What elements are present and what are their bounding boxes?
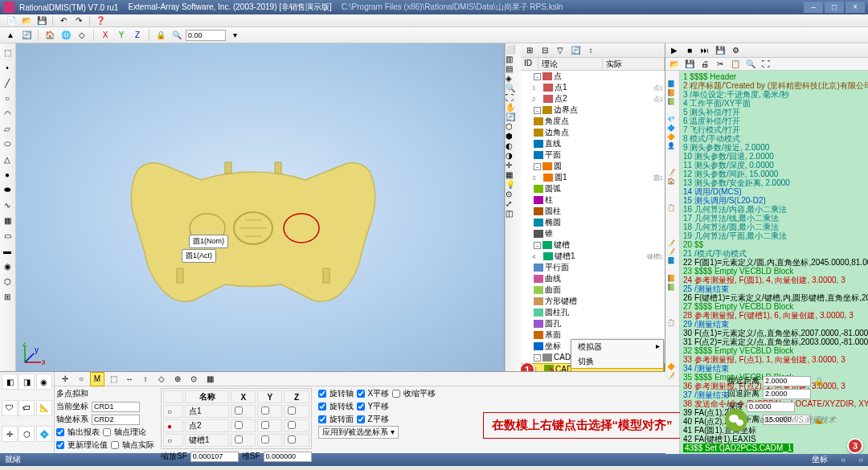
view-iso-icon[interactable]: ◈ xyxy=(506,74,521,83)
save-icon[interactable]: 💾 xyxy=(35,14,48,27)
code-run-icon[interactable]: ▶ xyxy=(667,43,682,58)
view-snap-icon[interactable]: ⊙ xyxy=(506,190,521,198)
point-tool-icon[interactable]: • xyxy=(0,60,14,75)
code-line[interactable]: 23 $$$$ Empty VECBLD Block xyxy=(683,267,865,276)
tree-col-nom[interactable]: 理论 xyxy=(538,58,603,70)
view-fit-icon[interactable]: ⛶ xyxy=(506,93,521,102)
bpt-5-icon[interactable]: ↔ xyxy=(122,372,137,386)
shrink-sf-input[interactable] xyxy=(190,452,239,462)
code-line[interactable]: 18 几何算法/圆,最小二乘法 xyxy=(683,223,865,231)
arc-tool-icon[interactable]: ◠ xyxy=(0,106,14,121)
code-line[interactable]: 26 F(键槽1)=元素定义/键槽,内,圆形键槽,直角坐标,2045.000 xyxy=(683,293,865,302)
curve-tool-icon[interactable]: ∿ xyxy=(0,198,14,212)
code-print-icon[interactable]: 🖨 xyxy=(698,57,712,72)
y-axis-icon[interactable]: Y xyxy=(114,28,129,43)
view-wire-icon[interactable]: ⬡ xyxy=(506,122,521,131)
context-menu-item[interactable]: 模型对齐 xyxy=(571,368,664,371)
bp-icon-5[interactable]: 🏷 xyxy=(18,400,35,416)
y-flat-cb[interactable] xyxy=(357,403,365,411)
tree-node[interactable]: 柱 xyxy=(521,194,665,206)
code-line[interactable]: 8 模式/手动模式 xyxy=(683,134,865,143)
select-tool-icon[interactable]: ⬚ xyxy=(0,45,14,59)
view-rotate-icon[interactable]: 🔄 xyxy=(506,112,521,121)
tree-node[interactable]: 圆弧 xyxy=(521,183,665,194)
code-line[interactable]: 32 $$$$ Empty VECBLD Block xyxy=(683,346,865,355)
code-line[interactable]: 30 F(点1)=元素定义/点,直角坐标,2007.0000,-81.0000,… xyxy=(683,329,865,337)
new-icon[interactable]: 📄 xyxy=(5,14,18,27)
code-line[interactable]: 21 /模式/手动模式 xyxy=(683,249,865,258)
tree-col-act[interactable]: 实际 xyxy=(603,58,665,70)
output-list-checkbox[interactable] xyxy=(56,428,64,436)
code-line[interactable]: 2 程序标题/'Created by (里科精密科技(北京)有限公司-031' xyxy=(683,81,865,90)
tree-refresh-icon[interactable]: 🔄 xyxy=(568,43,583,58)
clearance-input[interactable] xyxy=(763,415,811,425)
cylinder-tool-icon[interactable]: ⬭ xyxy=(0,137,14,151)
code-line[interactable]: 31 F(点2)=元素定义/点,直角坐标,2003.0000,-81.0000,… xyxy=(683,337,865,346)
view-front-icon[interactable]: ▥ xyxy=(506,55,521,63)
axis-act-checkbox[interactable] xyxy=(111,441,119,449)
tree-node[interactable]: 2点2点2 xyxy=(521,93,665,104)
bp-icon-3[interactable]: ◉ xyxy=(36,374,52,390)
surface-tool-icon[interactable]: ▦ xyxy=(0,213,14,227)
code-line[interactable]: 1 $$$$ Header xyxy=(683,72,865,81)
pattern-tool-icon[interactable]: ⊞ xyxy=(0,289,14,304)
code-config-icon[interactable]: ⚙ xyxy=(728,43,743,58)
zoom-input[interactable] xyxy=(186,30,226,41)
tree-node[interactable]: 平面 xyxy=(521,149,665,161)
code-line[interactable]: 10 测头参数/回退, 2.0000 xyxy=(683,152,865,161)
tree-sort-icon[interactable]: ↕ xyxy=(583,43,598,58)
code-step-icon[interactable]: ⏭ xyxy=(698,43,712,58)
tree-node[interactable]: 锥 xyxy=(521,228,665,239)
bp-icon-9[interactable]: 💠 xyxy=(36,426,52,442)
view-zoom-icon[interactable]: 🔍 xyxy=(506,84,521,92)
home-icon[interactable]: 🏠 xyxy=(43,28,57,43)
plane-tool-icon[interactable]: ▱ xyxy=(0,121,14,136)
view-expand-icon[interactable]: ⤢ xyxy=(506,199,521,208)
code-copy-icon[interactable]: 📋 xyxy=(728,57,743,72)
retract-input[interactable] xyxy=(763,389,811,399)
bp-icon-8[interactable]: ⬡ xyxy=(18,426,35,442)
lock-icon[interactable]: 🔒 xyxy=(154,28,168,43)
help-icon[interactable]: ❓ xyxy=(94,14,107,27)
update-nom-checkbox[interactable] xyxy=(56,441,64,449)
view-shade-icon[interactable]: ⬢ xyxy=(506,132,521,141)
minimize-button[interactable]: – xyxy=(804,2,823,13)
cur-coord-input[interactable] xyxy=(92,402,140,412)
tree-col-id[interactable]: ID xyxy=(521,58,538,70)
view-hidden-icon[interactable]: ◐ xyxy=(506,141,521,150)
code-open-icon[interactable]: 📂 xyxy=(667,57,682,72)
tree-node[interactable]: 角度点 xyxy=(521,116,665,127)
x-flat-cb[interactable] xyxy=(357,390,365,398)
code-line[interactable]: 7 飞行模式/打开 xyxy=(683,125,865,134)
tree-node[interactable]: 边角点 xyxy=(521,127,665,138)
approach-lock-icon[interactable]: 🔒 xyxy=(814,377,824,386)
bp-icon-6[interactable]: 📐 xyxy=(36,400,52,416)
code-saveas-icon[interactable]: 💾 xyxy=(682,57,697,72)
bpt-7-icon[interactable]: ◇ xyxy=(154,372,169,386)
tree-node[interactable]: -键槽 xyxy=(521,239,665,251)
view-dock-icon[interactable]: ◫ xyxy=(506,209,521,218)
code-cut-icon[interactable]: ✂ xyxy=(713,57,727,72)
bpt-8-icon[interactable]: ⊕ xyxy=(170,372,185,386)
code-line[interactable]: 11 测头参数/深度, 0.0000 xyxy=(683,161,865,170)
code-expand-icon[interactable]: ⛶ xyxy=(759,57,773,72)
hex-tool-icon[interactable]: ⬡ xyxy=(0,274,14,288)
code-line[interactable]: 24 参考测量报, F(圆1), 4, 向量创建, 3.0000, 3 xyxy=(683,276,865,284)
tree-node[interactable]: 方形键槽 xyxy=(521,296,665,307)
tree-node[interactable]: -点 xyxy=(521,71,665,82)
tree-node[interactable]: 3圆1圆1 xyxy=(521,172,665,183)
tree-body[interactable]: -点1点1点12点2点2-边界点角度点边角点直线平面-圆3圆1圆1圆弧柱圆柱椭圆… xyxy=(521,71,665,371)
view-top-icon[interactable]: ⬜ xyxy=(506,45,521,54)
globe-icon[interactable]: 🌐 xyxy=(59,28,73,43)
z-flat-cb[interactable] xyxy=(357,415,365,423)
code-line[interactable]: 5 测头补偿/打开 xyxy=(683,108,865,116)
viewport-3d[interactable]: 圆1(Nom) 圆1(Act) x z y xyxy=(16,43,505,371)
tree-node[interactable]: 圆柱 xyxy=(521,206,665,217)
tree-node[interactable]: 椭圆 xyxy=(521,217,665,228)
approach-input[interactable] xyxy=(763,376,811,386)
cube-icon[interactable]: ◇ xyxy=(75,28,89,43)
bpt-2-icon[interactable]: ○ xyxy=(74,372,88,386)
cursor-icon[interactable]: ▲ xyxy=(3,28,18,43)
bp-icon-7[interactable]: ✛ xyxy=(2,426,18,442)
bpt-1-icon[interactable]: ✛ xyxy=(58,372,72,386)
